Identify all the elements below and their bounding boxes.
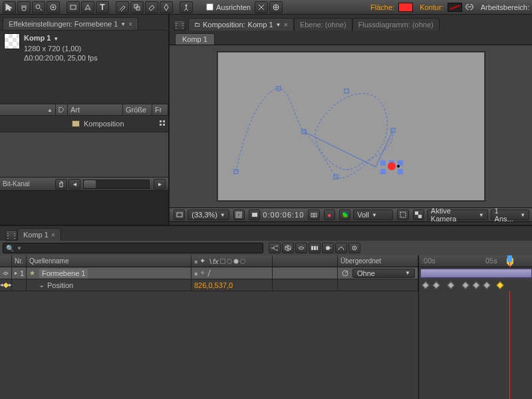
motionblur-icon[interactable]	[322, 243, 334, 253]
layer-twirl-icon[interactable]: ▸	[15, 270, 17, 276]
close-tab-icon[interactable]: ×	[51, 231, 55, 239]
timeline-search[interactable]: 🔍 ▼	[3, 243, 263, 253]
composition-icon	[72, 120, 80, 127]
timeline-tracks[interactable]: :00s 05s	[419, 255, 532, 399]
layer-switches[interactable]: ⁎✦	[192, 267, 273, 279]
row-options-icon[interactable]	[159, 120, 166, 128]
chevron-down-icon[interactable]: ▼	[276, 22, 281, 28]
hand-tool[interactable]	[17, 1, 31, 13]
project-list-row[interactable]: Komposition	[0, 116, 168, 132]
search-input[interactable]	[25, 244, 260, 252]
keyframe[interactable]	[462, 281, 469, 289]
current-timecode[interactable]: 0:00:06:10	[263, 211, 304, 219]
comp-subtab[interactable]: Komp 1	[175, 33, 215, 45]
shy-icon[interactable]	[295, 243, 307, 253]
timeline-tab[interactable]: Komp 1 ×	[17, 228, 61, 241]
time-ruler[interactable]: :00s 05s	[419, 255, 532, 267]
trash-icon[interactable]	[55, 179, 67, 190]
pen-tool[interactable]	[81, 1, 94, 13]
property-track[interactable]	[419, 279, 532, 291]
draft3d-icon[interactable]	[282, 243, 294, 253]
prop-twirl-icon[interactable]: ⌄	[39, 281, 45, 289]
h-scrollbar[interactable]	[83, 180, 150, 189]
comp-mini-flow-icon[interactable]	[269, 243, 281, 253]
layer-row[interactable]: ▸ 1 ★ Formebene 1 ⁎✦ Ohne▼	[0, 267, 418, 279]
eraser-tool[interactable]	[145, 1, 158, 13]
chevron-down-icon[interactable]: ▼	[17, 245, 22, 251]
camera-dropdown[interactable]: Aktive Kamera▼	[427, 209, 488, 220]
composition-viewer[interactable]	[217, 52, 485, 201]
stroke-swatch[interactable]	[448, 3, 462, 12]
graph-editor-icon[interactable]	[335, 243, 347, 253]
brush-tool[interactable]	[116, 1, 129, 13]
tag-column-icon[interactable]	[56, 104, 68, 115]
composition-tab[interactable]: 🗀 Komposition: Komp 1 ▼ ×	[188, 18, 294, 31]
color-mgmt-icon[interactable]	[339, 209, 350, 220]
keyframe[interactable]	[447, 281, 454, 289]
col-size[interactable]: Größe	[123, 104, 152, 115]
snap2-icon[interactable]	[269, 1, 283, 13]
layer-name[interactable]: Formebene 1	[39, 269, 88, 278]
resolution-dropdown[interactable]: Voll▼	[353, 209, 393, 220]
roi-icon[interactable]	[397, 209, 408, 220]
col-parent[interactable]: Übergeordnet	[338, 255, 418, 267]
selection-tool[interactable]	[3, 1, 16, 13]
svg-rect-31	[177, 213, 182, 217]
col-type[interactable]: Art	[68, 104, 123, 115]
roto-tool[interactable]	[160, 1, 173, 13]
effect-settings-tab[interactable]: Effekteinstellungen: Formebene 1 ▼ ×	[3, 17, 138, 30]
safe-zones-icon[interactable]	[233, 209, 245, 220]
frameblend-icon[interactable]	[309, 243, 321, 253]
keyframe[interactable]	[472, 281, 479, 289]
chevron-down-icon[interactable]: ▼	[53, 36, 59, 42]
parent-dropdown[interactable]: Ohne▼	[352, 269, 415, 278]
layer-tab[interactable]: Ebene: (ohne)	[294, 18, 352, 31]
views-dropdown[interactable]: 1 Ans...▼	[491, 209, 529, 220]
link-icon[interactable]	[464, 3, 475, 12]
keyframe[interactable]	[483, 281, 490, 289]
sort-arrow-icon[interactable]: ▲	[47, 107, 53, 113]
svg-line-9	[184, 9, 186, 11]
autokey-icon[interactable]	[348, 243, 360, 253]
close-tab-icon[interactable]: ×	[128, 21, 132, 28]
layer-duration-bar[interactable]	[420, 269, 532, 278]
text-tool[interactable]: T	[96, 1, 109, 13]
zoom-dropdown[interactable]: (33,3%)▼	[188, 209, 229, 220]
scroll-left-icon[interactable]: ◂	[68, 179, 80, 190]
panel-grip-icon[interactable]: ⋮⋮	[5, 230, 17, 241]
svg-rect-41	[314, 246, 316, 250]
flowchart-tab[interactable]: Flussdiagramm: (ohne)	[352, 18, 440, 31]
mask-toggle-icon[interactable]	[249, 209, 260, 220]
clone-tool[interactable]	[130, 1, 144, 13]
layer-track[interactable]	[419, 267, 532, 279]
show-channel-icon[interactable]: ●	[324, 209, 335, 220]
panel-grip-icon[interactable]: ⋮⋮	[174, 20, 186, 31]
transparency-grid-icon[interactable]	[413, 209, 424, 220]
rectangle-tool[interactable]	[66, 1, 80, 13]
zoom-tool[interactable]	[32, 1, 45, 13]
always-preview-icon[interactable]	[174, 209, 185, 220]
orbit-tool[interactable]	[47, 1, 60, 13]
property-row[interactable]: ◂▸ ⌄ Position 826,0,537,0	[0, 279, 418, 291]
property-value[interactable]: 826,0,537,0	[192, 279, 273, 291]
visibility-toggle[interactable]	[0, 267, 12, 279]
col-framerate[interactable]: Fr	[152, 104, 168, 115]
comp-thumbnail[interactable]	[4, 33, 20, 49]
keyframe-nav[interactable]: ◂▸	[0, 282, 12, 288]
snapshot-icon[interactable]	[308, 209, 319, 220]
align-checkbox[interactable]	[206, 3, 213, 11]
scroll-right-icon[interactable]: ▸	[154, 179, 166, 190]
bit-depth-label[interactable]: Bit-Kanal	[3, 180, 30, 188]
fill-swatch[interactable]	[398, 3, 413, 12]
puppet-tool[interactable]	[180, 1, 193, 13]
keyframe[interactable]	[432, 281, 440, 289]
keyframe-selected[interactable]	[496, 281, 503, 289]
snap-icon[interactable]	[255, 1, 268, 13]
svg-line-1	[40, 9, 42, 11]
col-nr[interactable]: Nr.	[12, 255, 27, 267]
align-check[interactable]: Ausrichten	[203, 3, 253, 11]
close-tab-icon[interactable]: ×	[283, 21, 287, 29]
keyframe[interactable]	[422, 281, 429, 289]
pickwhip-icon[interactable]	[340, 269, 350, 278]
col-source-name[interactable]: Quellenname	[27, 255, 192, 267]
